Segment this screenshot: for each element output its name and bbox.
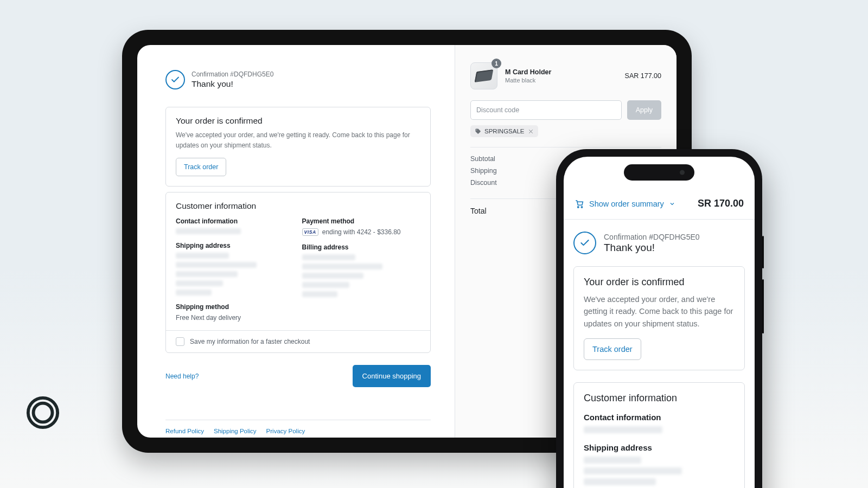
- contact-info-redacted: [584, 426, 735, 433]
- stage: Confirmation #DQFDHG5E0 Thank you! Your …: [0, 0, 868, 488]
- payment-method-value: VISA ending with 4242 - $336.80: [302, 228, 421, 236]
- shipping-policy-link[interactable]: Shipping Policy: [214, 428, 257, 434]
- contact-info-label: Contact information: [584, 413, 735, 422]
- customer-info-title: Customer information: [584, 393, 735, 404]
- confirmation-number: Confirmation #DQFDHG5E0: [192, 70, 273, 78]
- shipping-address-label: Shipping address: [176, 242, 295, 249]
- thank-you-heading: Thank you!: [604, 242, 700, 254]
- visa-icon: VISA: [302, 228, 318, 236]
- phone-screen: Show order summary SR 170.00 Confirmatio…: [564, 157, 755, 488]
- contact-info-redacted: [176, 228, 295, 234]
- order-summary-total: SR 170.00: [698, 198, 744, 209]
- discount-row-label: Discount: [470, 179, 497, 189]
- shipping-address-label: Shipping address: [584, 443, 735, 452]
- order-confirmed-panel: Your order is confirmed We've accepted y…: [573, 266, 745, 370]
- shipping-address-redacted: [176, 253, 295, 296]
- shipping-method-value: Free Next day delivery: [176, 314, 295, 322]
- remove-discount-button[interactable]: [528, 129, 534, 134]
- continue-shopping-button[interactable]: Continue shopping: [353, 365, 431, 387]
- checkmark-icon: [573, 232, 596, 254]
- order-confirmed-desc: We've accepted your order, and we're get…: [176, 130, 420, 150]
- svg-point-3: [581, 206, 582, 207]
- discount-code-input[interactable]: [470, 100, 622, 120]
- billing-address-label: Billing address: [302, 243, 421, 251]
- order-summary-toggle-label: Show order summary: [589, 200, 664, 208]
- order-confirmed-title: Your order is confirmed: [584, 277, 735, 288]
- shipping-row-label: Shipping: [470, 167, 497, 175]
- phone-frame: Show order summary SR 170.00 Confirmatio…: [556, 149, 762, 488]
- order-summary-toggle-bar: Show order summary SR 170.00: [564, 188, 755, 220]
- save-info-label: Save my information for a faster checkou…: [190, 338, 310, 345]
- applied-discount-tag: SPRINGSALE: [470, 125, 538, 137]
- total-label: Total: [470, 207, 487, 215]
- product-price: SAR 177.00: [625, 72, 661, 80]
- save-info-checkbox[interactable]: [176, 337, 184, 346]
- product-name: M Card Holder: [505, 68, 617, 76]
- need-help-link[interactable]: Need help?: [165, 373, 199, 380]
- svg-point-5: [34, 403, 53, 422]
- checkmark-icon: [165, 70, 185, 89]
- subtotal-label: Subtotal: [470, 155, 495, 163]
- customer-info-title: Customer information: [176, 201, 420, 211]
- order-confirmed-panel: Your order is confirmed We've accepted y…: [165, 107, 431, 187]
- confirmation-number: Confirmation #DQFDHG5E0: [604, 233, 700, 241]
- privacy-policy-link[interactable]: Privacy Policy: [266, 428, 305, 434]
- contact-info-label: Contact information: [176, 217, 295, 225]
- shipping-method-label: Shipping method: [176, 303, 295, 311]
- order-confirmed-title: Your order is confirmed: [176, 116, 420, 126]
- tag-icon: [475, 128, 481, 134]
- brand-logo-icon: [26, 396, 60, 429]
- thank-you-heading: Thank you!: [192, 79, 273, 89]
- save-info-row[interactable]: Save my information for a faster checkou…: [166, 330, 430, 352]
- refund-policy-link[interactable]: Refund Policy: [165, 428, 204, 434]
- actions-row: Need help? Continue shopping: [165, 365, 431, 387]
- shipping-address-redacted: [584, 457, 735, 485]
- product-row: 1 M Card Holder Matte black SAR 177.00: [470, 62, 661, 89]
- svg-point-2: [578, 206, 579, 207]
- phone-notch: [624, 164, 694, 181]
- order-confirmed-desc: We've accepted your order, and we're get…: [584, 293, 735, 330]
- customer-info-panel: Customer information Contact information…: [165, 192, 431, 353]
- payment-card-text: ending with 4242 - $336.80: [322, 228, 401, 236]
- track-order-button[interactable]: Track order: [176, 158, 226, 176]
- product-variant: Matte black: [505, 77, 617, 84]
- confirmation-header: Confirmation #DQFDHG5E0 Thank you!: [573, 232, 745, 254]
- footer-links: Refund Policy Shipping Policy Privacy Po…: [165, 420, 431, 434]
- chevron-down-icon: [669, 201, 675, 207]
- apply-discount-button[interactable]: Apply: [627, 100, 661, 120]
- cart-icon: [575, 199, 584, 209]
- payment-method-label: Payment method: [302, 217, 421, 225]
- confirmation-header: Confirmation #DQFDHG5E0 Thank you!: [165, 70, 431, 89]
- billing-address-redacted: [302, 254, 421, 297]
- customer-info-panel: Customer information Contact information…: [573, 382, 745, 488]
- confirmation-pane: Confirmation #DQFDHG5E0 Thank you! Your …: [137, 45, 455, 438]
- order-summary-toggle[interactable]: Show order summary: [575, 199, 693, 209]
- track-order-button[interactable]: Track order: [584, 338, 641, 360]
- product-qty-badge: 1: [492, 59, 501, 68]
- applied-discount-code: SPRINGSALE: [484, 128, 525, 134]
